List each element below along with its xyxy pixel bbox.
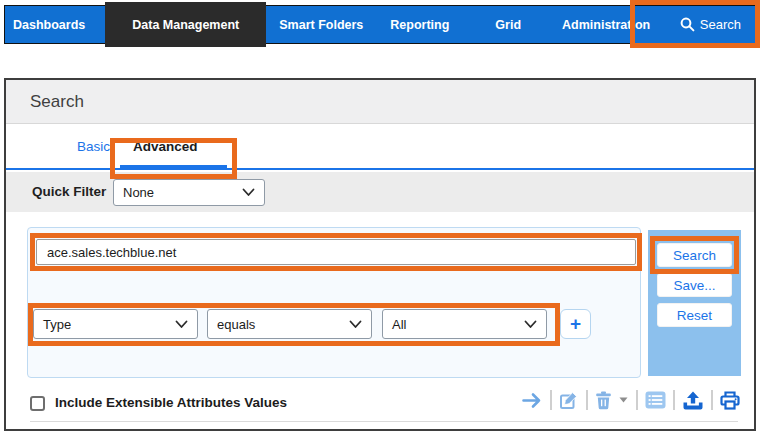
delete-menu-caret-icon[interactable] (618, 396, 629, 404)
condition-operator-select[interactable]: equals (207, 309, 372, 339)
nav-item-dashboards[interactable]: Dashboards (13, 18, 85, 32)
go-arrow-icon[interactable] (521, 392, 543, 409)
condition-value-select[interactable]: All (382, 309, 547, 339)
panel-header: Search (6, 80, 754, 124)
include-ea-checkbox-label: Include Extensible Attributes Values (55, 395, 287, 410)
delete-icon[interactable] (595, 391, 612, 410)
panel-title: Search (30, 80, 84, 124)
condition-field-select[interactable]: Type (33, 309, 198, 339)
edit-icon[interactable] (559, 391, 579, 410)
tab-basic[interactable]: Basic (77, 139, 110, 154)
footer-divider-line (30, 421, 738, 422)
add-condition-button[interactable]: + (560, 309, 591, 339)
search-icon (680, 17, 695, 32)
include-ea-checkbox[interactable] (30, 396, 45, 411)
nav-item-grid[interactable]: Grid (495, 18, 521, 32)
nav-item-data-management[interactable]: Data Management (105, 2, 266, 47)
toolbar-divider (550, 390, 552, 410)
save-button[interactable]: Save... (657, 273, 732, 297)
toolbar-divider (636, 390, 638, 410)
nav-item-reporting[interactable]: Reporting (390, 18, 449, 32)
toolbar-divider (711, 390, 713, 410)
search-button[interactable]: Search (657, 243, 732, 267)
upload-icon[interactable] (682, 391, 704, 410)
condition-operator-value: equals (217, 317, 255, 332)
toolbar-divider (673, 390, 675, 410)
nav-item-smart-folders[interactable]: Smart Folders (279, 18, 363, 32)
quick-filter-value: None (123, 185, 154, 200)
tabs-bar: Basic Advanced (6, 124, 754, 170)
quick-filter-select[interactable]: None (113, 179, 265, 206)
query-input[interactable] (36, 239, 636, 265)
actions-side-panel: Search Save... Reset (648, 230, 741, 376)
nav-search-label: Search (700, 17, 741, 32)
nav-item-administration[interactable]: Administration (562, 18, 650, 32)
table-view-icon[interactable] (645, 391, 666, 409)
chevron-down-icon (349, 320, 362, 329)
reset-button[interactable]: Reset (657, 303, 732, 327)
nav-search-button[interactable]: Search (680, 17, 741, 32)
chevron-down-icon (175, 320, 188, 329)
quick-filter-row: Quick Filter None (6, 172, 754, 212)
toolbar-divider (586, 390, 588, 410)
top-navbar: Dashboards Data Management Smart Folders… (4, 5, 756, 44)
active-tab-underline (120, 165, 227, 170)
chevron-down-icon (242, 188, 255, 197)
condition-value-value: All (392, 317, 406, 332)
footer-icon-toolbar (521, 390, 740, 410)
tab-advanced[interactable]: Advanced (133, 139, 198, 154)
condition-field-value: Type (43, 317, 71, 332)
search-panel: Search Basic Advanced Quick Filter None … (4, 78, 756, 431)
print-icon[interactable] (720, 391, 740, 410)
quick-filter-label: Quick Filter (32, 172, 106, 212)
chevron-down-icon (524, 320, 537, 329)
nav-item-label: Data Management (132, 18, 239, 32)
